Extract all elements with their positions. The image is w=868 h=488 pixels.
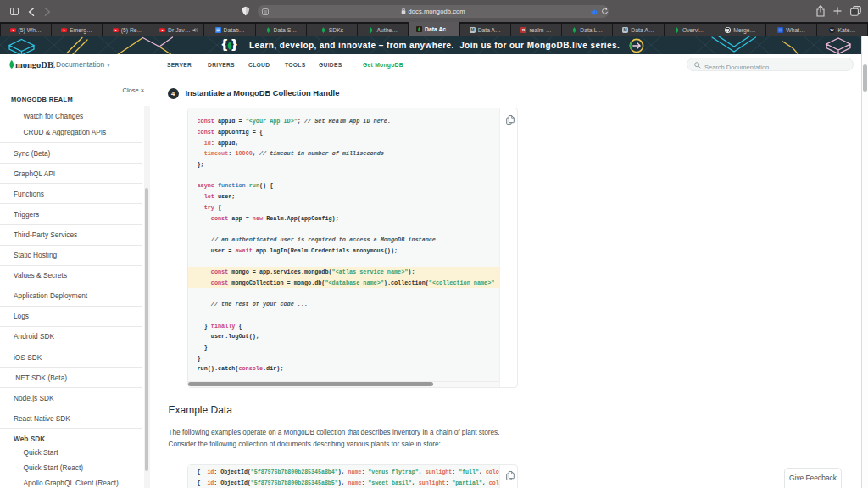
svg-text:M: M xyxy=(624,28,627,32)
svg-text:n: n xyxy=(522,27,525,32)
svg-text:M: M xyxy=(470,28,474,32)
svg-text:W: W xyxy=(831,28,835,32)
